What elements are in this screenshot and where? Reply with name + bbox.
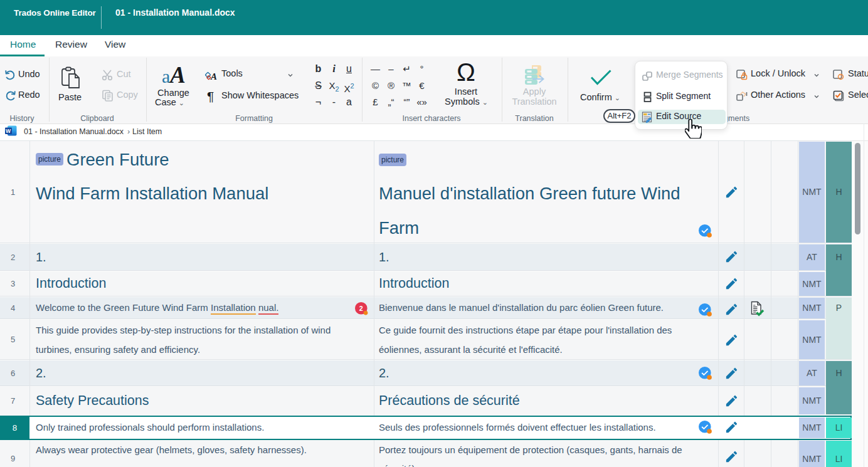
svg-text:2: 2 <box>359 305 363 312</box>
svg-text:?: ? <box>840 75 842 79</box>
svg-text:A: A <box>210 71 217 81</box>
svg-text:W: W <box>6 128 11 134</box>
